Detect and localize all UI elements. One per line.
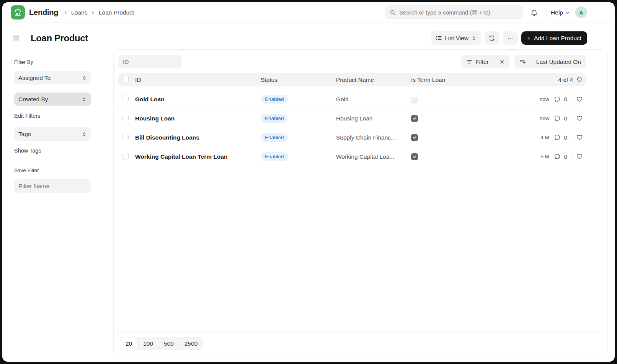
comment-count: 0 [564,153,567,160]
table-row[interactable]: Working Capital Loan Term Loan Enabled W… [118,147,586,166]
term-loan-checkbox [411,97,418,104]
status-badge: Enabled [261,114,288,123]
last-updated: now [540,115,549,121]
app-logo[interactable] [11,5,25,20]
refresh-button[interactable] [485,31,499,45]
search-icon [390,10,396,16]
assigned-to-select[interactable]: Assigned To [14,71,91,84]
comment-icon[interactable] [554,96,561,103]
status-badge: Enabled [261,95,288,104]
table-row[interactable]: Housing Loan Enabled Housing Loan now [118,109,586,128]
column-status[interactable]: Status [261,76,336,83]
filter-by-label: Filter By [14,59,113,65]
view-switcher-button[interactable]: List View [431,31,481,45]
navbar-left: Lending › Loans › Loan Product [11,5,134,20]
column-product-name[interactable]: Product Name [336,76,411,83]
help-menu-button[interactable]: Help [551,9,570,16]
page-title: Loan Product [31,33,88,44]
heart-icon[interactable] [576,76,583,83]
page-header: Loan Product List View [2,23,615,49]
last-updated: 4 M [540,135,549,140]
filter-group: Filter [461,55,509,68]
column-id[interactable]: ID [135,76,261,83]
avatar-initial: A [579,10,583,16]
row-count: 4 of 4 [558,76,573,83]
page-size-option-2500[interactable]: 2500 [179,337,203,350]
list-footer: 201005002500 [114,331,607,356]
heart-icon[interactable] [576,153,583,160]
chevron-right-icon: › [92,9,94,16]
dot-separator: · [571,153,573,160]
row-checkbox[interactable] [122,115,129,121]
sort-descending-icon [519,58,526,65]
column-is-term-loan[interactable]: Is Term Loan [411,76,529,83]
clear-filter-button[interactable] [494,55,510,68]
notifications-button[interactable] [529,7,540,18]
comment-icon[interactable] [554,153,561,160]
save-filter-label: Save Filter [14,167,113,173]
page-size-selector: 201005002500 [120,337,203,350]
check-icon [413,116,417,120]
row-checkbox[interactable] [122,134,129,140]
refresh-icon [488,35,495,42]
filter-label: Filter [475,58,488,65]
bank-icon [13,8,22,17]
breadcrumb: › Loans › Loan Product [64,9,134,16]
user-avatar[interactable]: A [575,6,587,18]
created-by-select[interactable]: Created By [14,93,91,106]
dot-separator: · [571,115,573,122]
loan-product-list: Filter [113,49,608,356]
filter-icon [466,59,472,65]
heart-icon[interactable] [576,134,583,141]
page-size-option-500[interactable]: 500 [158,337,179,350]
row-id[interactable]: Bill Discounting Loans [135,134,261,141]
status-badge: Enabled [261,152,288,161]
chevron-updown-icon [82,132,87,137]
breadcrumb-loans[interactable]: Loans [71,9,87,16]
navbar: Lending › Loans › Loan Product Search or… [2,2,615,23]
add-loan-product-button[interactable]: + Add Loan Product [521,31,587,45]
check-icon [413,135,417,140]
dot-separator: · [571,134,573,141]
sort-field-button[interactable]: Last Updated On [531,55,586,68]
select-all-checkbox[interactable] [122,76,129,82]
global-search-input[interactable]: Search or type a command (⌘ + G) [385,5,523,20]
sort-direction-button[interactable] [514,55,531,68]
row-id[interactable]: Working Capital Loan Term Loan [135,153,261,160]
comment-icon[interactable] [554,115,561,122]
show-tags-link[interactable]: Show Tags [14,148,41,154]
row-checkbox[interactable] [122,153,129,159]
comment-count: 0 [564,115,567,122]
navbar-right: Search or type a command (⌘ + G) Help A [385,5,587,20]
page-size-option-100[interactable]: 100 [138,337,158,350]
row-product-name: Working Capital Loa... [336,153,411,160]
list-view-icon [436,35,442,41]
table-row[interactable]: Bill Discounting Loans Enabled Supply Ch… [118,128,586,147]
heart-icon[interactable] [576,96,583,103]
edit-filters-link[interactable]: Edit Filters [14,113,41,119]
breadcrumb-loan-product[interactable]: Loan Product [99,9,134,16]
check-icon [413,154,417,159]
row-id[interactable]: Gold Loan [135,96,261,103]
heart-icon[interactable] [576,115,583,122]
page-size-option-20[interactable]: 20 [120,337,138,350]
table-row[interactable]: Gold Loan Enabled Gold now [118,90,586,109]
more-options-button[interactable] [503,31,518,45]
bell-icon [530,8,538,16]
filter-name-input[interactable] [14,179,91,193]
chevron-updown-icon [471,36,477,41]
app-name[interactable]: Lending [29,8,58,17]
sidebar-toggle-button[interactable] [11,33,21,43]
filter-button[interactable]: Filter [461,55,493,68]
chevron-right-icon: › [64,9,67,16]
id-filter-input[interactable] [118,55,182,68]
comment-count: 0 [564,134,567,141]
comment-icon[interactable] [554,134,561,141]
row-checkbox[interactable] [122,96,129,102]
tags-select[interactable]: Tags [14,127,91,141]
term-loan-checkbox [411,153,418,160]
help-label: Help [551,9,563,16]
row-id[interactable]: Housing Loan [135,115,261,122]
ellipsis-icon [507,35,514,42]
add-button-label: Add Loan Product [534,35,581,42]
